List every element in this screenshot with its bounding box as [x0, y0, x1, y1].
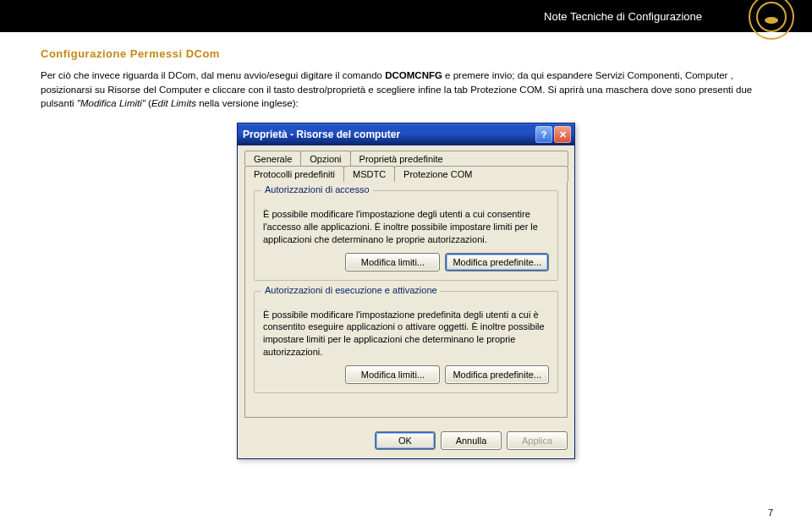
tab-protezione-com[interactable]: Protezione COM: [394, 166, 568, 182]
modify-defaults-button-1[interactable]: Modifica predefinite...: [445, 253, 549, 271]
groupbox-access-legend: Autorizzazioni di accesso: [261, 184, 373, 195]
tab-msdtc[interactable]: MSDTC: [343, 166, 395, 182]
tab-protocolli-predefiniti[interactable]: Protocolli predefiniti: [244, 166, 344, 182]
dialog-body: Generale Opzioni Proprietà predefinite P…: [238, 145, 574, 425]
dialog-titlebar[interactable]: Proprietà - Risorse del computer ? ✕: [238, 123, 574, 145]
page-content: Configurazione Permessi DCom Per ciò che…: [0, 32, 812, 459]
header-title: Note Tecniche di Configurazione: [544, 10, 702, 23]
page-number: 7: [768, 507, 773, 518]
body-paragraph: Per ciò che invece riguarda il DCom, dal…: [41, 68, 771, 111]
tab-panel: Autorizzazioni di accesso È possibile mo…: [244, 181, 568, 418]
dialog-footer: OK Annulla Applica: [238, 425, 574, 458]
tab-strip: Generale Opzioni Proprietà predefinite P…: [244, 151, 568, 182]
para-quote: "Modifica Limiti": [77, 98, 145, 108]
section-heading: Configurazione Permessi DCom: [41, 47, 771, 60]
modify-defaults-button-2[interactable]: Modifica predefinite...: [445, 365, 549, 384]
groupbox-access-auth: Autorizzazioni di accesso È possibile mo…: [254, 190, 558, 281]
svg-point-2: [765, 17, 778, 24]
groupbox-exec-auth: Autorizzazioni di esecuzione e attivazio…: [254, 291, 558, 393]
ok-button[interactable]: OK: [375, 431, 436, 450]
properties-dialog: Proprietà - Risorse del computer ? ✕ Gen…: [237, 123, 575, 459]
dialog-screenshot: Proprietà - Risorse del computer ? ✕ Gen…: [41, 123, 771, 459]
page-header: Note Tecniche di Configurazione: [0, 0, 812, 32]
dialog-title: Proprietà - Risorse del computer: [243, 129, 535, 140]
tab-generale[interactable]: Generale: [244, 151, 301, 166]
header-logo-icon: [748, 0, 795, 41]
groupbox-exec-legend: Autorizzazioni di esecuzione e attivazio…: [261, 285, 441, 295]
para-text-d: nella versione inglese):: [196, 98, 299, 108]
cancel-button[interactable]: Annulla: [441, 431, 502, 450]
help-icon[interactable]: ?: [535, 126, 552, 143]
para-eng: Edit Limits: [151, 98, 196, 108]
para-text-c: (: [145, 98, 151, 108]
command-name: DCOMCNFG: [385, 70, 442, 80]
apply-button[interactable]: Applica: [507, 431, 568, 450]
groupbox-access-text: È possibile modificare l'impostazione de…: [263, 208, 549, 246]
groupbox-exec-text: È possibile modificare l'impostazione pr…: [263, 309, 549, 359]
close-icon[interactable]: ✕: [554, 126, 571, 143]
para-text-a: Per ciò che invece riguarda il DCom, dal…: [41, 70, 385, 80]
tab-opzioni[interactable]: Opzioni: [300, 151, 350, 166]
tab-proprieta-predefinite[interactable]: Proprietà predefinite: [350, 151, 568, 166]
modify-limits-button-1[interactable]: Modifica limiti...: [345, 253, 440, 271]
modify-limits-button-2[interactable]: Modifica limiti...: [345, 365, 440, 384]
